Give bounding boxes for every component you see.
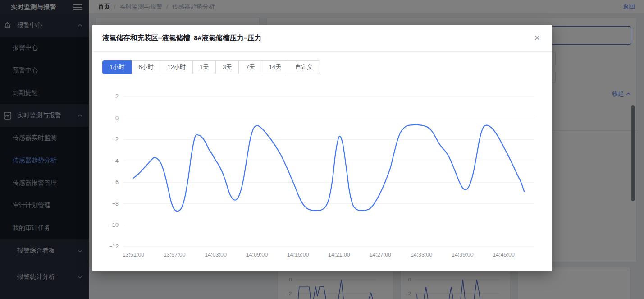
svg-text:−8: −8 — [112, 201, 119, 207]
svg-text:13:51:00: 13:51:00 — [123, 252, 145, 258]
close-icon[interactable]: ✕ — [532, 32, 542, 44]
svg-text:14:03:00: 14:03:00 — [205, 252, 227, 258]
svg-text:14:21:00: 14:21:00 — [328, 252, 350, 258]
svg-text:−4: −4 — [112, 158, 119, 164]
svg-text:−6: −6 — [112, 179, 119, 185]
app-window: 实时监测与报警 报警中心 — [0, 0, 644, 299]
svg-text:14:33:00: 14:33:00 — [411, 252, 433, 258]
tab-12hours[interactable]: 12小时 — [160, 60, 192, 74]
tab-14days[interactable]: 14天 — [262, 60, 288, 74]
tab-7days[interactable]: 7天 — [239, 60, 262, 74]
tab-6hours[interactable]: 6小时 — [132, 60, 160, 74]
trend-analysis-dialog: 液氯储存和充装区–液氯储槽_8#液氯储槽压力–压力 ✕ 1小时 6小时 12小时… — [92, 25, 552, 271]
svg-text:14:27:00: 14:27:00 — [369, 252, 391, 258]
dialog-header: 液氯储存和充装区–液氯储槽_8#液氯储槽压力–压力 ✕ — [92, 25, 552, 52]
tab-1hour[interactable]: 1小时 — [102, 60, 132, 74]
svg-text:0: 0 — [115, 115, 119, 121]
svg-text:14:45:00: 14:45:00 — [493, 252, 515, 258]
svg-text:−12: −12 — [109, 244, 119, 250]
svg-text:14:15:00: 14:15:00 — [287, 252, 309, 258]
svg-text:−10: −10 — [109, 222, 119, 228]
time-range-tabs: 1小时 6小时 12小时 1天 3天 7天 14天 自定义 — [102, 60, 320, 74]
tab-3days[interactable]: 3天 — [216, 60, 239, 74]
tab-custom[interactable]: 自定义 — [288, 60, 320, 74]
svg-text:2: 2 — [115, 93, 119, 100]
dialog-title: 液氯储存和充装区–液氯储槽_8#液氯储槽压力–压力 — [102, 33, 532, 43]
svg-text:14:39:00: 14:39:00 — [452, 252, 474, 258]
tab-1day[interactable]: 1天 — [193, 60, 216, 74]
svg-text:−2: −2 — [112, 136, 119, 143]
svg-text:13:57:00: 13:57:00 — [164, 252, 186, 258]
svg-text:14:09:00: 14:09:00 — [246, 252, 268, 258]
